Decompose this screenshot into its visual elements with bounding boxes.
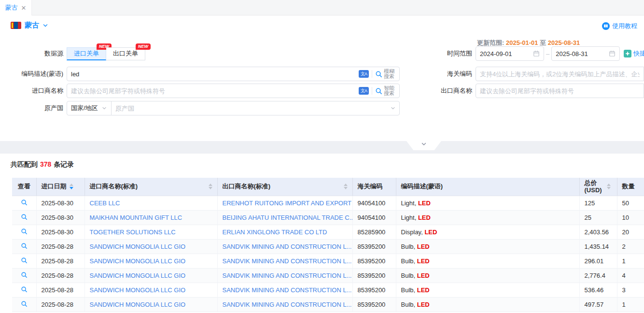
importer-link[interactable]: CEEB LLC — [90, 199, 120, 207]
view-record-button[interactable] — [21, 228, 28, 235]
exporter-link[interactable]: SANDVIK MINING AND CONSTRUCTION L... — [223, 301, 352, 308]
cell-quantity: 20 — [617, 225, 644, 239]
view-record-button[interactable] — [21, 300, 28, 307]
tab-export-declarations[interactable]: 出口关单 NEW — [106, 47, 145, 60]
country-selector[interactable]: 蒙古 — [11, 21, 48, 30]
view-record-button[interactable] — [21, 199, 28, 206]
hs-code-input[interactable] — [476, 67, 644, 81]
date-start-field[interactable] — [480, 47, 530, 60]
sort-icon[interactable] — [344, 184, 348, 189]
cell-total-usd: 2,776.4 — [579, 268, 617, 283]
update-range-label: 更新范围: — [477, 39, 504, 46]
cell-hs-code: 85395200 — [352, 239, 396, 254]
results-table: 查看 进口日期 进口商名称(标准) 出口商名称(标准) — [12, 178, 644, 312]
sort-icon[interactable] — [209, 184, 212, 189]
origin-country-field[interactable] — [115, 102, 388, 114]
cell-total-usd: 536.46 — [579, 283, 617, 297]
cell-total-usd: 2,403.56 — [579, 225, 617, 239]
col-label: 进口日期 — [42, 182, 67, 191]
chevron-down-icon — [42, 23, 48, 28]
tutorial-link[interactable]: 使用教程 — [602, 22, 637, 30]
code-desc-field[interactable] — [71, 68, 356, 80]
exporter-link[interactable]: BEIJING AHATU INTERNATIONAL TRADE C... — [223, 214, 353, 221]
desc-highlight: LED — [424, 228, 437, 236]
sort-icon[interactable] — [607, 184, 611, 189]
importer-link[interactable]: TOGETHER SOLUTIONS LLC — [90, 228, 176, 236]
mongolia-flag-icon — [11, 22, 21, 29]
tab-import-label: 进口关单 — [74, 49, 99, 58]
calendar-icon — [609, 50, 616, 57]
col-total-usd: 总价 (USD) — [579, 178, 617, 196]
col-view: 查看 — [12, 178, 36, 196]
exporter-link[interactable]: SANDVIK MINING AND CONSTRUCTION L... — [223, 272, 352, 279]
date-end-field[interactable] — [556, 47, 606, 60]
page-header: 蒙古 使用教程 — [0, 15, 644, 36]
importer-link[interactable]: SANDWICH MONGOLIA LLC GIO — [90, 301, 186, 308]
importer-name-input[interactable]: 文A 智能搜索 — [67, 84, 400, 98]
new-badge: NEW — [136, 43, 151, 50]
date-end-input[interactable] — [551, 46, 620, 61]
desc-highlight: LED — [417, 243, 430, 250]
importer-link[interactable]: SANDWICH MONGOLIA LLC GIO — [90, 257, 186, 265]
origin-country-input[interactable] — [111, 101, 400, 115]
importer-link[interactable]: SANDWICH MONGOLIA LLC GIO — [90, 286, 186, 294]
hs-code-field[interactable] — [480, 68, 640, 80]
fuzzy-search-button[interactable]: 模糊搜索 — [375, 69, 395, 79]
table-row: 2025-08-28 SANDWICH MONGOLIA LLC GIO SAN… — [12, 268, 644, 283]
cell-hs-code: 85395200 — [352, 268, 396, 283]
translate-icon[interactable]: 文A — [359, 70, 369, 78]
cell-quantity: 1 — [617, 254, 644, 268]
code-desc-input[interactable]: 文A 模糊搜索 — [67, 67, 400, 81]
sort-icon[interactable] — [70, 184, 73, 189]
view-record-button[interactable] — [21, 257, 28, 264]
col-code-desc: 编码描述(蒙语) — [396, 178, 579, 196]
exporter-name-field[interactable] — [480, 85, 640, 97]
close-icon[interactable]: ✕ — [21, 4, 27, 12]
origin-country-label: 原产国 — [0, 104, 67, 113]
view-record-button[interactable] — [21, 286, 28, 293]
results-table-wrap: 查看 进口日期 进口商名称(标准) 出口商名称(标准) — [12, 178, 644, 312]
results-section: 共匹配到378条记录 查看 进口日期 进口商名称(标准) — [0, 154, 644, 313]
importer-link[interactable]: SANDWICH MONGOLIA LLC GIO — [90, 243, 186, 250]
cell-total-usd: 296.01 — [579, 254, 617, 268]
summary-suffix: 条记录 — [54, 160, 74, 168]
view-record-button[interactable] — [21, 271, 28, 278]
magnifier-icon — [21, 213, 28, 220]
table-row: 2025-08-28 SANDWICH MONGOLIA LLC GIO SAN… — [12, 297, 644, 312]
tab-import-declarations[interactable]: 进口关单 NEW — [67, 47, 106, 60]
cell-hs-code: 85395200 — [352, 254, 396, 268]
exporter-link[interactable]: ERLIAN XINGLONG TRADE CO LTD — [223, 228, 327, 236]
cell-hs-code: 85395200 — [352, 283, 396, 297]
collapse-filters-button[interactable] — [406, 141, 441, 150]
cell-import-date: 2025-08-30 — [36, 225, 84, 239]
tab-mongolia[interactable]: 蒙古 ✕ — [0, 0, 32, 15]
view-record-button[interactable] — [21, 242, 28, 249]
cell-code-desc: Bulb, LED — [396, 254, 579, 268]
quick-search-button[interactable]: 快捷 — [624, 49, 644, 58]
exporter-name-input[interactable] — [476, 84, 644, 98]
cell-code-desc: Light, LED — [396, 210, 579, 225]
importer-link[interactable]: MAIKHAN MOUNTAIN GIFT LLC — [90, 214, 182, 221]
tutorial-label: 使用教程 — [612, 22, 637, 30]
date-range-separator: – — [546, 50, 549, 57]
importer-link[interactable]: SANDWICH MONGOLIA LLC GIO — [90, 272, 186, 279]
col-quantity: 数量 — [617, 178, 644, 196]
origin-region-select[interactable]: 国家/地区 — [67, 101, 112, 115]
cell-total-usd: 1,435.14 — [579, 239, 617, 254]
desc-text: Bulb, — [401, 301, 417, 308]
exporter-link[interactable]: SANDVIK MINING AND CONSTRUCTION L... — [223, 257, 352, 265]
app-window: 蒙古 ✕ 蒙古 使用教程 更新范围: 2025-01-01 至 2025-08-… — [0, 0, 644, 313]
exporter-link[interactable]: SANDVIK MINING AND CONSTRUCTION L... — [223, 286, 352, 294]
importer-name-field[interactable] — [71, 85, 356, 97]
exporter-link[interactable]: ERENHOT RUITONG IMPORT AND EXPORT ... — [223, 199, 353, 207]
translate-icon[interactable]: 文A — [359, 87, 369, 95]
date-start-input[interactable] — [476, 46, 544, 61]
update-range-to: 至 — [540, 39, 546, 46]
cell-total-usd: 497.57 — [579, 297, 617, 312]
exporter-link[interactable]: SANDVIK MINING AND CONSTRUCTION L... — [223, 243, 352, 250]
smart-search-button[interactable]: 智能搜索 — [375, 85, 395, 96]
col-importer-name: 进口商名称(标准) — [84, 178, 217, 196]
table-row: 2025-08-28 SANDWICH MONGOLIA LLC GIO SAN… — [12, 254, 644, 268]
view-record-button[interactable] — [21, 213, 28, 220]
tab-title: 蒙古 — [5, 3, 18, 12]
